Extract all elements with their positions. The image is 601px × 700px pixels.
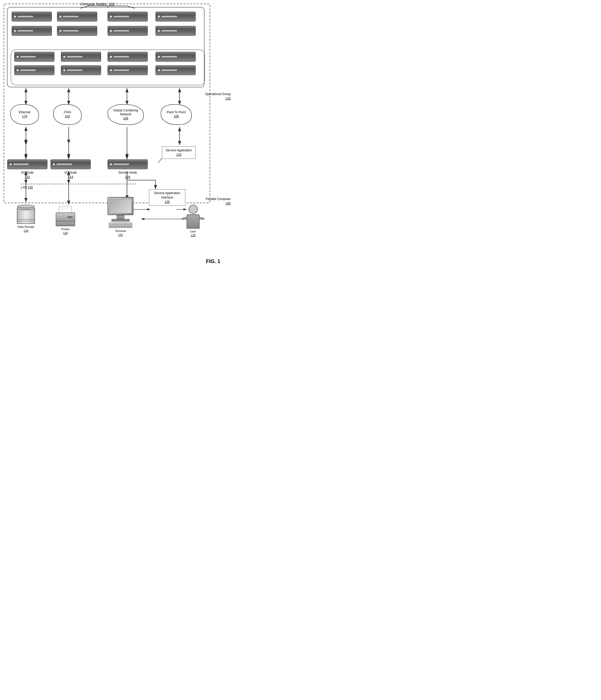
server-unit-r1c2 <box>57 12 97 22</box>
server-unit-r3c3 <box>107 52 148 62</box>
server-unit-r2c4 <box>155 26 196 36</box>
server-unit-r3c2 <box>61 52 101 62</box>
data-storage-container: Data Storage 118 <box>16 205 36 233</box>
server-unit-r1c1 <box>12 12 52 22</box>
server-unit-r3c4 <box>155 52 196 62</box>
ethernet-cloud: Ethernet 174 <box>10 104 39 125</box>
server-unit-r2c2 <box>57 26 97 36</box>
server-unit-r4c1 <box>14 65 54 75</box>
io-node-114-label: I/O Node 114 <box>51 171 91 179</box>
io-node-110-label: I/O Node 110 <box>7 171 47 179</box>
fig-label: FIG. 1 <box>206 258 220 264</box>
user-container: User 128 <box>186 205 200 238</box>
server-unit-r3c1 <box>14 52 54 62</box>
operational-group-label: Operational Group 132 <box>205 92 231 101</box>
server-unit-r1c3 <box>107 12 148 22</box>
service-node-label: Service Node 116 <box>107 171 148 179</box>
diagram-container: Compute Nodes 102 Operational Group 132 … <box>0 0 233 272</box>
point-to-point-cloud: Point To Point 108 <box>161 104 192 125</box>
server-unit-r1c4 <box>155 12 196 22</box>
parallel-computer-label: Parallel Computer 100 <box>206 197 231 206</box>
io-node-110-server <box>7 159 47 169</box>
global-combining-cloud: Global Combining Network 106 <box>107 104 144 125</box>
server-unit-r4c2 <box>61 65 101 75</box>
jtag-cloud: JTAG 104 <box>53 104 82 125</box>
service-node-server <box>107 159 148 169</box>
server-unit-r4c3 <box>107 65 148 75</box>
printer-container: Printer 120 <box>56 206 75 235</box>
terminal-container: Terminal 122 <box>107 197 133 237</box>
compute-nodes-label: Compute Nodes 102 <box>80 2 115 6</box>
server-unit-r2c1 <box>12 26 52 36</box>
server-unit-r4c4 <box>155 65 196 75</box>
server-unit-r2c3 <box>107 26 148 36</box>
lan-label: LAN 130 <box>21 185 33 190</box>
io-node-114-server <box>51 159 91 169</box>
service-app-box: Service Application 124 <box>162 146 196 159</box>
service-app-interface-box: Service Application Interface 126 <box>149 189 185 206</box>
